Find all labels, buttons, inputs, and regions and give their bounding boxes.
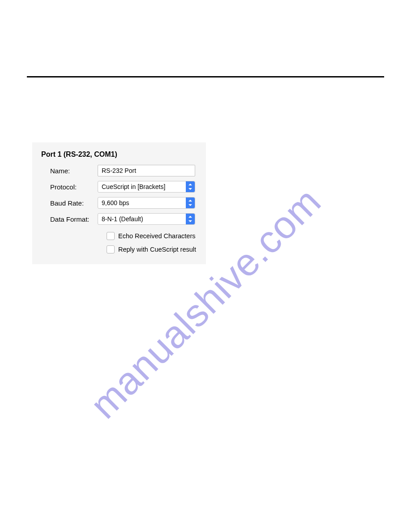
row-baud: Baud Rate: 9,600 bps <box>41 197 197 209</box>
row-echo: Echo Received Characters <box>107 232 197 240</box>
panel-title: Port 1 (RS-232, COM1) <box>41 150 197 159</box>
reply-label: Reply with CueScript result <box>118 246 196 253</box>
port-config-panel: Port 1 (RS-232, COM1) Name: RS-232 Port … <box>32 142 206 264</box>
label-name: Name: <box>41 167 98 175</box>
label-protocol: Protocol: <box>41 183 98 191</box>
echo-checkbox[interactable] <box>107 232 115 240</box>
format-select[interactable]: 8-N-1 (Default) <box>98 213 195 225</box>
reply-checkbox[interactable] <box>107 245 115 253</box>
baud-select[interactable]: 9,600 bps <box>98 197 195 209</box>
row-reply: Reply with CueScript result <box>107 245 197 253</box>
baud-value: 9,600 bps <box>102 198 129 208</box>
protocol-select[interactable]: CueScript in [Brackets] <box>98 181 195 193</box>
chevron-updown-icon <box>186 181 195 192</box>
echo-label: Echo Received Characters <box>118 232 195 240</box>
chevron-updown-icon <box>186 197 195 208</box>
row-protocol: Protocol: CueScript in [Brackets] <box>41 181 197 193</box>
row-name: Name: RS-232 Port <box>41 165 197 176</box>
label-format: Data Format: <box>41 215 98 223</box>
name-input[interactable]: RS-232 Port <box>98 165 195 176</box>
label-baud: Baud Rate: <box>41 199 98 207</box>
format-value: 8-N-1 (Default) <box>102 214 143 224</box>
row-format: Data Format: 8-N-1 (Default) <box>41 213 197 225</box>
horizontal-rule <box>27 76 384 77</box>
chevron-updown-icon <box>186 214 195 224</box>
protocol-value: CueScript in [Brackets] <box>102 182 165 192</box>
